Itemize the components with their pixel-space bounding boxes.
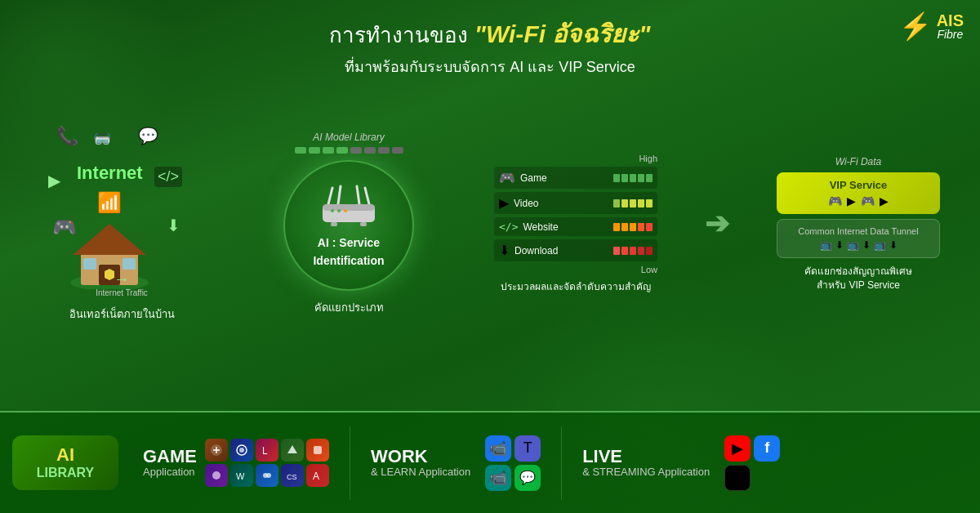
common-icon-5: 📺 xyxy=(874,239,886,251)
progress-dots xyxy=(251,147,447,154)
bar-d5 xyxy=(646,247,653,255)
bar-d3 xyxy=(630,247,636,255)
game-app-10: A xyxy=(306,464,329,487)
internet-bottom-label: อินเทอร์เน็ตภายในบ้าน xyxy=(40,306,203,323)
internet-label-wrapper: Internet xyxy=(77,163,143,188)
bottom-bar: AI LIBRARY GAME Application L xyxy=(0,411,980,513)
svg-point-20 xyxy=(239,448,244,453)
svg-rect-17 xyxy=(360,222,367,226)
priority-download-row: ⬇ Download xyxy=(494,239,657,261)
svg-text:W: W xyxy=(236,471,245,481)
svg-marker-22 xyxy=(287,445,297,453)
bar-w4 xyxy=(638,223,644,231)
header: การทำงานของ "Wi-Fi อัจฉริยะ" ที่มาพร้อมก… xyxy=(0,0,980,85)
router-svg xyxy=(316,184,381,229)
svg-text:CS: CS xyxy=(287,473,297,481)
svg-rect-5 xyxy=(122,258,136,270)
svg-rect-16 xyxy=(331,222,337,226)
dot-2 xyxy=(309,147,320,154)
video-icon: ▶ xyxy=(48,171,60,190)
wifi-data-label: Wi-Fi Data xyxy=(777,156,940,167)
live-sub: & STREAMING Application xyxy=(582,466,710,478)
game-app-6 xyxy=(205,464,228,487)
work-icons-wrapper: 📹 T 📹 💬 xyxy=(485,435,541,491)
ais-logo: ⚡ AIS Fibre xyxy=(899,12,964,40)
main-container: ⚡ AIS Fibre การทำงานของ "Wi-Fi อัจฉริยะ"… xyxy=(0,0,980,513)
work-icons-row2: 📹 💬 xyxy=(485,465,541,491)
ai-label-line2: Identification xyxy=(313,254,384,268)
wifi-above-house: 📶 xyxy=(69,191,150,214)
bar-d1 xyxy=(613,247,620,255)
live-category: LIVE & STREAMING Application xyxy=(582,448,710,478)
ai-bottom-label: คัดแยกประเภท xyxy=(251,299,447,316)
ai-model-label: AI Model Library xyxy=(251,132,447,143)
svg-point-13 xyxy=(331,209,334,212)
svg-point-27 xyxy=(266,473,271,478)
game-app-9: CS xyxy=(281,464,304,487)
divider-1 xyxy=(350,426,350,500)
ais-brand-text: AIS xyxy=(937,12,964,29)
chat-icon: 💬 xyxy=(138,126,158,145)
router-inner: AI : Service Identification xyxy=(313,184,384,268)
dot-4 xyxy=(336,147,348,154)
svg-text:A: A xyxy=(313,471,319,482)
dot-3 xyxy=(323,147,334,154)
video-bars xyxy=(613,199,653,207)
youtube-icon: ▶ xyxy=(724,435,751,462)
vip-icon-1: 🎮 xyxy=(828,194,842,207)
work-app-section: WORK & LEARN Application 📹 T 📹 💬 xyxy=(363,435,549,491)
live-app-section: LIVE & STREAMING Application ▶ f ♪ xyxy=(574,435,788,491)
priority-video-row: ▶ Video xyxy=(494,192,657,214)
game-app-3: L xyxy=(256,439,278,462)
divider-2 xyxy=(561,426,562,500)
wechat-icon: 💬 xyxy=(514,465,541,491)
bar-w5 xyxy=(646,223,653,231)
video-priority-icon: ▶ xyxy=(499,195,509,211)
bar-w2 xyxy=(621,223,628,231)
svg-marker-2 xyxy=(73,224,146,255)
game-app-2 xyxy=(230,439,253,462)
priority-section: High 🎮 Game ▶ Video xyxy=(494,154,657,294)
game-app-1 xyxy=(205,439,228,462)
common-box: Common Internet Data Tunnel 📺 ⬇ 📺 ⬇ 📺 ⬇ xyxy=(777,219,940,258)
vip-icon-4: ▶ xyxy=(880,194,889,207)
content-area: 📞 🥽 💬 ▶ Internet </> 🎮 📶 xyxy=(0,85,980,363)
library-text: LIBRARY xyxy=(27,466,104,480)
common-icons: 📺 ⬇ 📺 ⬇ 📺 ⬇ xyxy=(786,239,931,251)
download-bars xyxy=(613,247,653,255)
game-app-section: GAME Application L xyxy=(135,439,337,487)
bar-g3 xyxy=(630,174,636,182)
vip-icons: 🎮 ▶ 🎮 ▶ xyxy=(785,194,932,207)
bar-w3 xyxy=(630,223,636,231)
ai-section: AI Model Library xyxy=(251,132,447,316)
phone-icon: 📞 xyxy=(56,126,78,147)
wifi-bottom-label: คัดแยกช่องสัญญาณพิเศษ สำหรับ VIP Service xyxy=(777,265,940,292)
game-icons-row2: W CS A xyxy=(205,464,329,487)
svg-rect-4 xyxy=(83,258,96,270)
svg-point-24 xyxy=(212,471,220,480)
bar-g5 xyxy=(646,174,653,182)
dot-6 xyxy=(364,147,376,154)
video-label: Video xyxy=(514,198,538,209)
vr-icon: 🥽 xyxy=(93,130,111,148)
website-bars xyxy=(613,223,653,231)
game-app-8 xyxy=(256,464,278,487)
big-arrow: ➔ xyxy=(705,207,729,241)
dot-5 xyxy=(350,147,362,154)
ais-bird-icon: ⚡ xyxy=(899,13,932,39)
vip-label: VIP Service xyxy=(785,179,932,191)
tiktok-icon: ♪ xyxy=(724,465,751,491)
bar-d4 xyxy=(638,247,644,255)
download-priority-icon: ⬇ xyxy=(499,243,510,258)
common-label: Common Internet Data Tunnel xyxy=(786,226,931,236)
ai-label-line1: AI : Service xyxy=(313,236,384,250)
svg-rect-23 xyxy=(314,446,322,454)
svg-rect-12 xyxy=(323,204,375,211)
bar-v5 xyxy=(646,199,653,207)
subtitle: ที่มาพร้อมกับระบบจัดการ AI และ VIP Servi… xyxy=(0,55,980,78)
live-icons-wrapper: ▶ f ♪ xyxy=(724,435,780,491)
bar-v3 xyxy=(630,199,636,207)
common-icon-1: 📺 xyxy=(820,239,832,251)
bar-v4 xyxy=(638,199,644,207)
bar-v2 xyxy=(621,199,628,207)
